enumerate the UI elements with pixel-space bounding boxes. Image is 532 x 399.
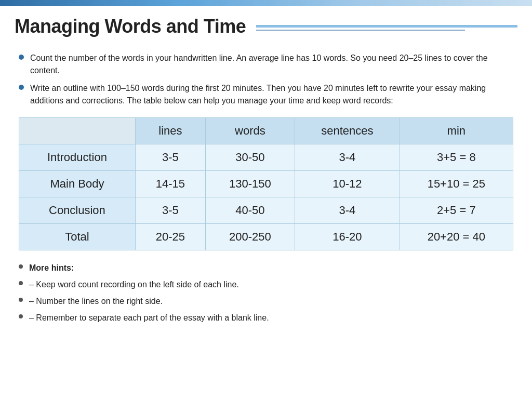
cell-conclusion-lines: 3-5	[135, 197, 205, 224]
table-header-sentences: sentences	[295, 118, 400, 144]
table-row-mainbody: Main Body 14-15 130-150 10-12 15+10 = 25	[19, 171, 513, 197]
cell-total-min: 20+20 = 40	[400, 224, 513, 250]
cell-total-sentences: 16-20	[295, 224, 400, 250]
slide: Managing Words and Time Count the number…	[0, 0, 532, 399]
cell-conclusion-words: 40-50	[205, 197, 295, 224]
table-header-min: min	[400, 118, 513, 144]
cell-mainbody-words: 130-150	[205, 171, 295, 197]
bullet-item-2: Write an outline with 100–150 words duri…	[19, 82, 513, 107]
cell-mainbody-lines: 14-15	[135, 171, 205, 197]
content-area: Count the number of the words in your ha…	[0, 43, 532, 338]
hints-text-3: – Remember to separate each part of the …	[29, 312, 269, 324]
cell-mainbody-sentences: 10-12	[295, 171, 400, 197]
writing-table: lines words sentences min Introduction 3…	[19, 117, 513, 250]
table-header-lines: lines	[135, 118, 205, 144]
hints-bullet-3	[19, 314, 23, 318]
hints-heading: More hints:	[29, 262, 74, 274]
table-row-total: Total 20-25 200-250 16-20 20+20 = 40	[19, 224, 513, 250]
title-area: Managing Words and Time	[0, 6, 532, 43]
table-header-row: lines words sentences min	[19, 118, 513, 144]
bullet-text-1: Count the number of the words in your ha…	[30, 52, 513, 77]
hints-bullet-1	[19, 281, 23, 285]
row-label-conclusion: Conclusion	[19, 197, 136, 224]
hints-text-2: – Number the lines on the right side.	[29, 295, 163, 308]
row-label-mainbody: Main Body	[19, 171, 136, 197]
row-label-introduction: Introduction	[19, 144, 136, 171]
hints-text-1: – Keep word count recording on the left …	[29, 278, 239, 291]
deco-line-1	[256, 25, 517, 28]
deco-line-2	[256, 30, 465, 31]
hints-bullet-2	[19, 298, 23, 302]
bullet-text-2: Write an outline with 100–150 words duri…	[30, 82, 513, 107]
cell-intro-sentences: 3-4	[295, 144, 400, 171]
hints-item-1: – Keep word count recording on the left …	[19, 278, 513, 291]
bullet-dot-1	[19, 55, 24, 60]
table-row-introduction: Introduction 3-5 30-50 3-4 3+5 = 8	[19, 144, 513, 171]
title-decoration	[256, 22, 517, 31]
table-header-empty	[19, 118, 136, 144]
cell-conclusion-min: 2+5 = 7	[400, 197, 513, 224]
cell-intro-words: 30-50	[205, 144, 295, 171]
bullet-item-1: Count the number of the words in your ha…	[19, 52, 513, 77]
bullet-dot-2	[19, 85, 24, 90]
top-bar	[0, 0, 532, 6]
intro-bullets: Count the number of the words in your ha…	[19, 52, 513, 107]
table-header-words: words	[205, 118, 295, 144]
cell-conclusion-sentences: 3-4	[295, 197, 400, 224]
cell-mainbody-min: 15+10 = 25	[400, 171, 513, 197]
cell-intro-min: 3+5 = 8	[400, 144, 513, 171]
hints-item-3: – Remember to separate each part of the …	[19, 312, 513, 324]
page-title: Managing Words and Time	[15, 16, 246, 37]
hints-item-2: – Number the lines on the right side.	[19, 295, 513, 308]
cell-total-lines: 20-25	[135, 224, 205, 250]
table-row-conclusion: Conclusion 3-5 40-50 3-4 2+5 = 7	[19, 197, 513, 224]
cell-total-words: 200-250	[205, 224, 295, 250]
row-label-total: Total	[19, 224, 136, 250]
hints-bullet-heading	[19, 264, 23, 269]
cell-intro-lines: 3-5	[135, 144, 205, 171]
hints-list: More hints: – Keep word count recording …	[19, 262, 513, 324]
hints-heading-item: More hints:	[19, 262, 513, 274]
